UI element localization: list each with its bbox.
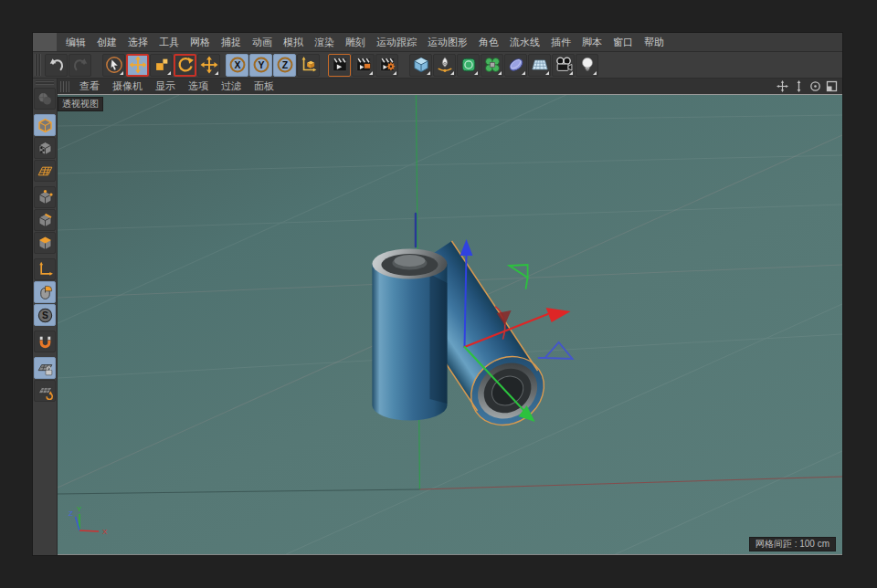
main-toolbar-buttons: XYZ — [45, 54, 598, 77]
enable-snap-button[interactable]: S — [34, 304, 56, 326]
menubar-item-15[interactable]: 脚本 — [576, 36, 608, 49]
texture-mode-button[interactable] — [34, 137, 56, 159]
view-label-tab[interactable]: 透视视图 — [58, 97, 103, 111]
sidebar-grip-handle[interactable] — [36, 80, 54, 85]
menubar-item-16[interactable]: 窗口 — [608, 36, 639, 49]
flyout-indicator — [120, 71, 123, 75]
live-selection-tool[interactable] — [102, 54, 125, 77]
gizmo-z-arrow — [460, 239, 473, 256]
upright-cylinder[interactable] — [372, 249, 447, 421]
add-spline-button[interactable] — [433, 54, 456, 77]
svg-text:X: X — [234, 60, 240, 70]
flyout-indicator — [474, 71, 478, 75]
menubar-item-5[interactable]: 捕捉 — [216, 36, 247, 49]
edges-mode-button[interactable] — [34, 209, 56, 231]
lock-y-axis[interactable]: Y — [249, 54, 272, 77]
menubar-item-12[interactable]: 角色 — [473, 36, 504, 49]
workplane-lock-button[interactable] — [34, 357, 56, 379]
axis-x-label: X — [102, 528, 108, 536]
undo-button[interactable] — [45, 54, 68, 77]
viewport-menu-items: 查看摄像机显示选项过滤面板 — [73, 79, 280, 93]
menubar-item-7[interactable]: 模拟 — [278, 36, 309, 49]
main-toolbar: XYZ — [33, 52, 842, 79]
axis-z-label: Z — [69, 509, 73, 518]
flyout-indicator — [522, 71, 525, 75]
move-tool[interactable] — [126, 54, 149, 77]
svg-text:Y: Y — [258, 60, 264, 70]
flyout-indicator — [545, 71, 549, 75]
svg-text:Z: Z — [281, 60, 288, 70]
flyout-indicator — [427, 71, 430, 75]
viewport-solo-button[interactable] — [34, 281, 56, 303]
axis-y-label: Y — [77, 505, 82, 513]
recent-tool[interactable] — [197, 54, 220, 77]
add-generator-button[interactable] — [457, 54, 480, 77]
workplane-mode-button[interactable] — [34, 160, 56, 182]
points-mode-button[interactable] — [34, 186, 56, 208]
add-primitive-button[interactable] — [409, 54, 432, 77]
menubar-item-0[interactable]: 编辑 — [60, 36, 91, 49]
polygons-mode-button[interactable] — [34, 232, 56, 254]
menubar-item-8[interactable]: 渲染 — [309, 36, 340, 49]
menubar-item-17[interactable]: 帮助 — [639, 36, 670, 49]
add-field-button[interactable] — [504, 54, 527, 77]
toolbar-gap — [399, 54, 408, 77]
redo-button[interactable] — [69, 54, 91, 77]
add-deformer-button[interactable] — [481, 54, 503, 77]
gizmo-green-plane-handle — [510, 265, 528, 289]
menubar-item-10[interactable]: 运动跟踪 — [371, 36, 422, 49]
viewport-menu-item-0[interactable]: 查看 — [73, 79, 106, 93]
viewport-menu-item-4[interactable]: 过滤 — [215, 79, 248, 93]
menu-bar-items: 编辑创建选择工具网格捕捉动画模拟渲染雕刻运动跟踪运动图形角色流水线插件脚本窗口帮… — [60, 36, 670, 49]
lock-z-axis[interactable]: Z — [273, 54, 296, 77]
viewport-menu-bar: 查看摄像机显示选项过滤面板 — [58, 79, 842, 94]
render-picture-viewer-button[interactable] — [352, 54, 375, 77]
workplane-rotate-button[interactable] — [34, 380, 56, 402]
menubar-item-1[interactable]: 创建 — [91, 36, 122, 49]
app-logo — [33, 33, 57, 51]
menubar-item-14[interactable]: 插件 — [545, 36, 576, 49]
viewport-canvas[interactable]: Y Z X 透视视图 网格间距 : 100 cm — [58, 94, 842, 555]
render-view-button[interactable] — [328, 54, 351, 77]
zoom-view-icon[interactable] — [792, 80, 805, 93]
toggle-view-icon[interactable] — [825, 80, 838, 93]
viewport-menu-item-2[interactable]: 显示 — [149, 79, 182, 93]
coordinate-system-toggle[interactable] — [297, 54, 320, 77]
make-editable-button[interactable] — [34, 88, 56, 110]
rotate-view-icon[interactable] — [808, 80, 821, 93]
menubar-item-3[interactable]: 工具 — [153, 36, 185, 49]
menubar-item-6[interactable]: 动画 — [247, 36, 278, 49]
flyout-indicator — [393, 71, 396, 75]
menubar-item-13[interactable]: 流水线 — [504, 36, 545, 49]
enable-axis-button[interactable] — [34, 258, 56, 280]
scale-tool[interactable] — [150, 54, 173, 77]
grid-spacing-badge: 网格间距 : 100 cm — [749, 537, 836, 551]
left-mode-toolbar: S — [33, 79, 58, 555]
magnet-snap-button[interactable] — [34, 331, 56, 352]
add-camera-button[interactable] — [552, 54, 575, 77]
render-settings-button[interactable] — [375, 54, 398, 77]
gizmo-x-arrow — [546, 308, 571, 322]
lock-x-axis[interactable]: X — [226, 54, 248, 77]
add-environment-button[interactable] — [528, 54, 551, 77]
menubar-item-11[interactable]: 运动图形 — [422, 36, 473, 49]
add-light-button[interactable] — [576, 54, 598, 77]
scene-3d[interactable]: Y Z X — [58, 95, 842, 554]
pan-view-icon[interactable] — [776, 80, 788, 93]
viewport-grip-handle[interactable] — [60, 81, 69, 92]
menu-bar: 编辑创建选择工具网格捕捉动画模拟渲染雕刻运动跟踪运动图形角色流水线插件脚本窗口帮… — [33, 33, 842, 52]
toolbar-grip-handle[interactable] — [35, 54, 41, 76]
viewport-menu-item-1[interactable]: 摄像机 — [106, 79, 149, 93]
toolbar-gap — [92, 54, 101, 77]
model-mode-button[interactable] — [34, 114, 56, 136]
viewport-menu-item-3[interactable]: 选项 — [182, 79, 215, 93]
rotate-tool[interactable] — [174, 54, 196, 77]
svg-text:S: S — [42, 310, 48, 320]
flyout-indicator — [450, 71, 454, 75]
flyout-indicator — [369, 71, 373, 75]
viewport-menu-item-5[interactable]: 面板 — [248, 79, 280, 93]
menubar-item-4[interactable]: 网格 — [185, 36, 216, 49]
menubar-item-2[interactable]: 选择 — [122, 36, 153, 49]
menubar-item-9[interactable]: 雕刻 — [340, 36, 371, 49]
toolbar-gap — [321, 54, 327, 77]
